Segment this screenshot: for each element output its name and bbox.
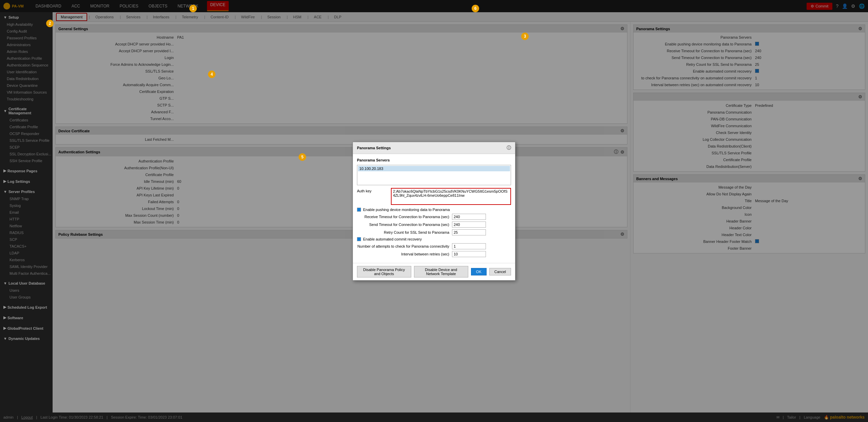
modal-servers-box: 10.100.20.183 [357, 165, 511, 185]
disable-device-network-button[interactable]: Disable Device and Network Template [414, 266, 468, 277]
modal-send-timeout-input[interactable] [452, 222, 486, 228]
modal-attempts-row: Number of attempts to check for Panorama… [357, 243, 511, 249]
modal-body: Panorama Servers 10.100.20.183 Auth key … [353, 154, 515, 263]
server-entry-1[interactable]: 10.100.20.183 [358, 166, 510, 171]
modal-send-timeout-row: Send Timeout for Connection to Panorama … [357, 222, 511, 228]
modal-enable-pushing-label: Enable pushing device monitoring data to… [363, 208, 450, 212]
modal-receive-timeout-label: Receive Timeout for Connection to Panora… [357, 215, 452, 219]
modal-ok-button[interactable]: OK [471, 268, 487, 275]
modal-footer: Disable Panorama Policy and Objects Disa… [353, 263, 515, 280]
modal-auth-key-row: Auth key [357, 188, 511, 205]
modal-retry-count-label: Retry Count for SSL Send to Panorama [357, 230, 452, 234]
modal-receive-timeout-row: Receive Timeout for Connection to Panora… [357, 214, 511, 220]
modal-enable-automated-label: Enable automated commit recovery [363, 237, 422, 241]
modal-enable-pushing-check[interactable] [357, 208, 361, 212]
modal-retry-count-row: Retry Count for SSL Send to Panorama [357, 229, 511, 235]
modal-receive-timeout-input[interactable] [452, 214, 486, 220]
modal-auth-key-input[interactable] [391, 188, 511, 205]
modal-auth-key-label: Auth key [357, 188, 391, 193]
modal-overlay: Panorama Settings ⓘ Panorama Servers 10.… [0, 0, 868, 422]
modal-header: Panorama Settings ⓘ [353, 142, 515, 154]
modal-attempts-input[interactable] [452, 243, 486, 249]
modal-attempts-label: Number of attempts to check for Panorama… [357, 244, 452, 248]
disable-panorama-policy-button[interactable]: Disable Panorama Policy and Objects [357, 266, 411, 277]
modal-send-timeout-label: Send Timeout for Connection to Panorama … [357, 223, 452, 227]
modal-interval-input[interactable] [452, 251, 486, 257]
modal-servers-label: Panorama Servers [357, 158, 511, 162]
modal-title: Panorama Settings [357, 146, 391, 150]
modal-cancel-button[interactable]: Cancel [489, 268, 511, 275]
modal-help-icon[interactable]: ⓘ [507, 145, 511, 151]
modal-interval-label: Interval between retries (sec) [357, 252, 452, 256]
modal-retry-count-input[interactable] [452, 229, 486, 235]
panorama-settings-modal: Panorama Settings ⓘ Panorama Servers 10.… [353, 142, 515, 281]
modal-enable-pushing-row: Enable pushing device monitoring data to… [357, 208, 511, 212]
modal-interval-row: Interval between retries (sec) [357, 251, 511, 257]
modal-enable-automated-row: Enable automated commit recovery [357, 237, 511, 241]
modal-enable-automated-check[interactable] [357, 237, 361, 241]
